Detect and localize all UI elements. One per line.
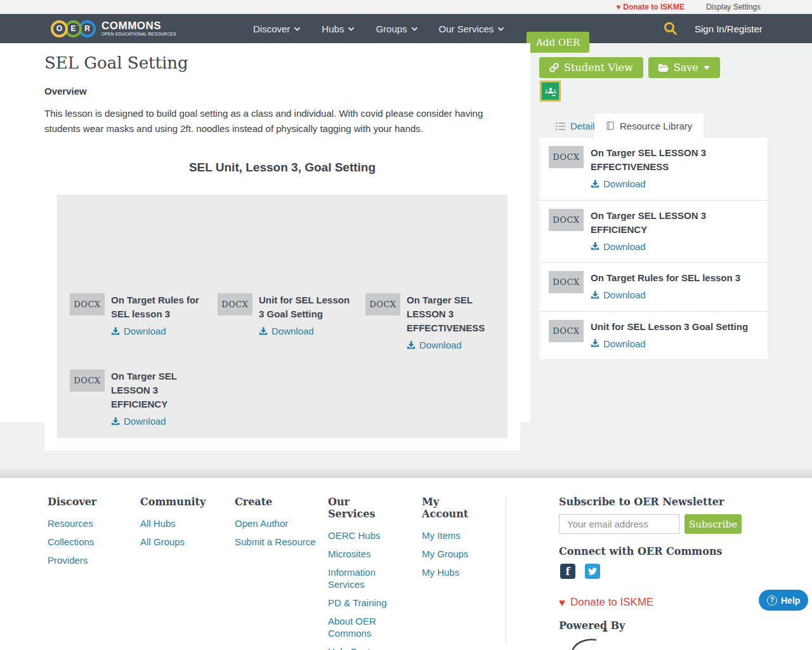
doc-title: On Targer SEL LESSON 3 EFFECTIVENESS xyxy=(591,146,749,174)
tab-resource-library[interactable]: Resource Library xyxy=(594,114,704,138)
download-link[interactable]: Download xyxy=(591,338,646,349)
footer-link-pd-training[interactable]: PD & Training xyxy=(328,597,399,609)
add-oer-button[interactable]: Add OER xyxy=(527,32,589,53)
student-view-button[interactable]: Student View xyxy=(539,57,643,78)
display-settings-link[interactable]: Display Settings xyxy=(706,3,761,11)
heart-icon: ♥ xyxy=(559,597,565,608)
footer-column-community: Community All Hubs All Groups xyxy=(140,496,210,554)
footer-link-all-hubs[interactable]: All Hubs xyxy=(140,517,210,529)
footer-link-my-hubs[interactable]: My Hubs xyxy=(422,566,485,578)
oer-commons-logo[interactable]: O E R COMMONS OPEN EDUCATIONAL RESOURCES xyxy=(51,14,176,43)
unit-doc-item: DOCX On Target Rules for SEL lesson 3 Do… xyxy=(70,293,218,338)
doc-title: On Targer SEL LESSON 3 EFFECTIVENESS xyxy=(407,293,502,335)
donate-link-label: Donate to ISKME xyxy=(623,3,684,11)
powered-by-heading: Powered By xyxy=(559,620,625,632)
twitter-icon[interactable] xyxy=(585,564,600,579)
heart-icon: ♥ xyxy=(616,3,620,11)
download-link[interactable]: Download xyxy=(111,416,166,427)
footer-link-oerc-hubs[interactable]: OERC Hubs xyxy=(328,529,399,541)
download-link[interactable]: Download xyxy=(259,326,314,336)
nav-menu: Discover Hubs Groups Our Services xyxy=(253,14,504,43)
docx-file-badge: DOCX xyxy=(70,369,105,392)
footer-link-all-groups[interactable]: All Groups xyxy=(140,536,210,548)
footer-link-microsites[interactable]: Microsites xyxy=(328,548,399,560)
unit-doc-item: DOCX On Targer SEL LESSON 3 EFFECTIVENES… xyxy=(365,293,513,352)
logo-text: COMMONS OPEN EDUCATIONAL RESOURCES xyxy=(102,21,176,36)
footer-column-create: Create Open Author Submit a Resource xyxy=(235,496,324,554)
footer-link-submit-resource[interactable]: Submit a Resource xyxy=(235,536,324,548)
download-icon xyxy=(591,180,599,189)
download-link[interactable]: Download xyxy=(407,340,462,350)
logo-title: COMMONS xyxy=(102,21,176,30)
caret-down-icon xyxy=(704,66,710,70)
iskme-logo-partial xyxy=(568,637,606,650)
save-button[interactable]: Save xyxy=(648,57,720,78)
email-field[interactable] xyxy=(559,514,679,534)
docx-file-badge: DOCX xyxy=(365,293,400,315)
oer-commons-page: ♥ Donate to ISKME Display Settings O E R… xyxy=(0,0,812,650)
footer-heading: Create xyxy=(235,496,324,508)
download-link[interactable]: Download xyxy=(591,241,646,252)
list-icon xyxy=(556,123,565,130)
footer-vertical-divider xyxy=(506,497,506,645)
logo-rings: O E R xyxy=(51,20,96,37)
sign-in-register-link[interactable]: Sign In/Register xyxy=(695,14,763,43)
folder-icon xyxy=(658,63,669,72)
donate-to-iskme-footer-link[interactable]: ♥ Donate to ISKME xyxy=(559,596,653,609)
footer-link-collections[interactable]: Collections xyxy=(48,536,124,548)
footer-link-open-author[interactable]: Open Author xyxy=(235,517,324,529)
library-item: DOCX Unit for SEL Lesson 3 Goal Setting … xyxy=(539,312,768,360)
facebook-icon[interactable]: f xyxy=(560,564,575,579)
footer-link-my-groups[interactable]: My Groups xyxy=(422,548,485,560)
action-buttons: Student View Save xyxy=(539,57,720,78)
subscribe-button[interactable]: Subscribe xyxy=(684,514,742,534)
download-icon xyxy=(407,341,416,350)
help-button[interactable]: ? Help xyxy=(759,590,808,611)
book-icon xyxy=(606,121,615,130)
footer-divider-shadow xyxy=(0,467,812,477)
footer-link-help-center[interactable]: Help Center xyxy=(328,646,399,650)
download-link[interactable]: Download xyxy=(111,326,166,336)
footer-link-my-items[interactable]: My Items xyxy=(422,529,485,541)
footer-link-about-oer-commons[interactable]: About OER Commons xyxy=(328,615,399,639)
download-link[interactable]: Download xyxy=(591,178,646,189)
docx-file-badge: DOCX xyxy=(218,293,252,315)
donate-to-iskme-link[interactable]: ♥ Donate to ISKME xyxy=(616,3,684,11)
doc-title: Unit for SEL Lesson 3 Goal Setting xyxy=(259,293,354,321)
library-item: DOCX On Target Rules for SEL lesson 3 Do… xyxy=(539,263,768,312)
resource-library-panel: DOCX On Targer SEL LESSON 3 EFFECTIVENES… xyxy=(539,138,768,359)
nav-item-our-services[interactable]: Our Services xyxy=(439,23,504,34)
doc-title: On Target Rules for SEL lesson 3 xyxy=(111,293,206,321)
download-icon xyxy=(111,327,120,336)
footer-heading: Our Services xyxy=(328,496,399,520)
footer: Discover Resources Collections Providers… xyxy=(0,477,812,650)
google-classroom-icon[interactable] xyxy=(540,81,561,102)
newsletter-heading: Subscribe to OER Newsletter xyxy=(559,496,724,508)
connect-heading: Connect with OER Commons xyxy=(559,545,723,557)
unit-doc-item: DOCX Unit for SEL Lesson 3 Goal Setting … xyxy=(218,293,365,338)
search-icon[interactable] xyxy=(664,22,678,38)
nav-item-groups[interactable]: Groups xyxy=(376,23,417,34)
logo-ring-o: O xyxy=(51,20,68,37)
nav-item-discover[interactable]: Discover xyxy=(253,23,300,34)
footer-column-our-services: Our Services OERC Hubs Microsites Inform… xyxy=(328,496,399,650)
footer-link-information-services[interactable]: Information Services xyxy=(328,566,399,590)
utility-bar: ♥ Donate to ISKME Display Settings xyxy=(0,0,812,14)
overview-heading: Overview xyxy=(44,86,87,96)
iskme-logo-mark xyxy=(603,628,608,632)
chevron-down-icon xyxy=(498,27,504,31)
docx-file-badge: DOCX xyxy=(549,271,584,293)
chevron-down-icon xyxy=(348,27,354,31)
footer-link-resources[interactable]: Resources xyxy=(48,517,124,529)
download-link[interactable]: Download xyxy=(591,289,646,300)
unit-doc-item: DOCX On Targer SEL LESSON 3 EFFICIENCY D… xyxy=(70,369,218,428)
logo-subtitle: OPEN EDUCATIONAL RESOURCES xyxy=(102,32,176,36)
download-icon xyxy=(259,327,268,336)
newsletter-form: Subscribe xyxy=(559,514,742,534)
nav-item-hubs[interactable]: Hubs xyxy=(322,23,354,34)
docx-file-badge: DOCX xyxy=(549,146,584,168)
chevron-down-icon xyxy=(412,27,417,31)
footer-link-providers[interactable]: Providers xyxy=(48,554,124,566)
chevron-down-icon xyxy=(294,27,300,31)
footer-heading: My Account xyxy=(422,496,485,520)
